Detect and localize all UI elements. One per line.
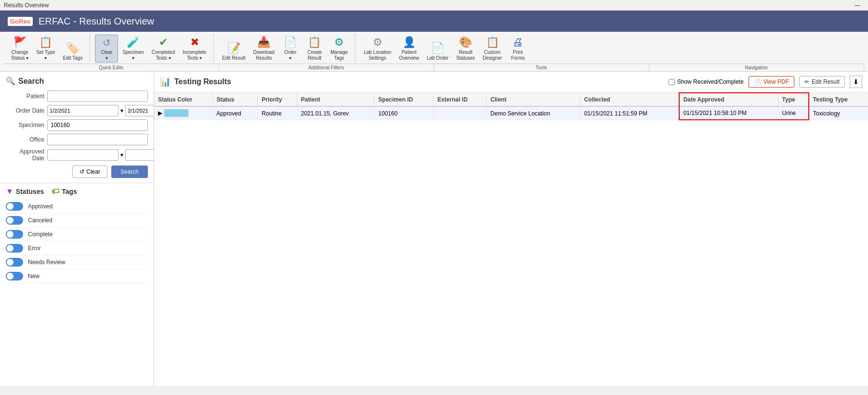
edit-result-ribbon-button[interactable]: 📝 Edit Result — [219, 39, 249, 63]
result-statuses-button[interactable]: 🎨 ResultStatuses — [453, 34, 478, 63]
error-toggle[interactable] — [6, 244, 23, 253]
app-title: ERFAC - Results Overview — [39, 16, 154, 27]
approved-toggle[interactable] — [6, 202, 23, 211]
order-date-to-input[interactable] — [125, 105, 154, 116]
col-client[interactable]: Client — [487, 93, 580, 106]
print-icon: 🖨 — [513, 36, 523, 49]
title-bar-minimize[interactable]: — — [851, 2, 864, 9]
status-error: Error — [6, 242, 148, 255]
x-icon: ✖ — [190, 36, 199, 49]
incomplete-tests-button[interactable]: ✖ IncompleteTests ▾ — [179, 34, 210, 63]
create-result-button[interactable]: 📋 CreateResult — [303, 34, 326, 63]
cell-type: Urine — [778, 106, 809, 120]
canceled-toggle[interactable] — [6, 216, 23, 225]
order-date-range: ▾ ▾ — [47, 105, 154, 116]
pdf-icon: 📄 — [754, 78, 761, 85]
status-approved: Approved — [6, 200, 148, 214]
edit-tags-button[interactable]: 🏷️ Edit Tags — [59, 39, 86, 63]
search-section: 🔍 Search Patient Order Date ▾ ▾ Specimen — [0, 72, 154, 183]
tag-icon: 🏷️ — [66, 42, 79, 54]
results-controls: Show Received/Complete 📄 View PDF ✏ Edit… — [669, 76, 862, 88]
col-date-approved[interactable]: Date Approved — [679, 93, 778, 106]
ribbon-group-navigation: ⚙ Lab LocationSettings 👤 PatientOverview… — [356, 34, 533, 63]
create-icon: 📋 — [308, 36, 321, 49]
lab-order-icon: 📄 — [431, 42, 444, 54]
status-needs-review: Needs Review — [6, 255, 148, 269]
date-sep-3: ▾ — [120, 152, 123, 158]
search-clear-button[interactable]: ↺ Clear — [72, 166, 107, 178]
title-bar: Results Overview — — [0, 0, 868, 11]
download-results-button[interactable]: 📥 DownloadResults — [250, 34, 278, 63]
flag-icon: 🚩 — [13, 36, 26, 49]
tags-tab[interactable]: 🏷 Tags — [52, 187, 77, 196]
approved-date-from-input[interactable] — [47, 149, 118, 161]
status-tags-section: ▼ Statuses 🏷 Tags Approved Canceled Comp… — [0, 183, 154, 287]
col-priority[interactable]: Priority — [258, 93, 297, 106]
completed-tests-button[interactable]: ✔ CompletedTests ▾ — [148, 34, 178, 63]
quick-edits-label: Quick Edits — [4, 64, 219, 71]
results-table-container[interactable]: Status Color Status Priority Patient Spe… — [154, 92, 868, 386]
title-bar-text: Results Overview — [4, 2, 49, 9]
ribbon: 🚩 ChangeStatus ▾ 📋 Set Type▾ 🏷️ Edit Tag… — [0, 32, 868, 72]
left-panel: 🔍 Search Patient Order Date ▾ ▾ Specimen — [0, 72, 154, 386]
office-input[interactable] — [47, 134, 148, 145]
statuses-tab[interactable]: ▼ Statuses — [6, 187, 44, 196]
specimen-input[interactable] — [47, 119, 148, 131]
col-status[interactable]: Status — [212, 93, 258, 106]
cell-testing-type: Toxicology — [809, 106, 868, 120]
needs-review-toggle[interactable] — [6, 258, 23, 267]
approved-date-to-input[interactable] — [125, 149, 154, 161]
specimen-label: Specimen — [6, 122, 44, 128]
show-received-control: Show Received/Complete — [669, 78, 744, 85]
col-collected[interactable]: Collected — [580, 93, 679, 106]
col-external-id[interactable]: External ID — [434, 93, 487, 106]
patient-row: Patient — [6, 90, 148, 102]
show-received-checkbox[interactable] — [669, 79, 675, 85]
results-title: 📊 Testing Results — [160, 76, 231, 87]
checkmark-icon: ✔ — [159, 36, 168, 49]
new-toggle[interactable] — [6, 272, 23, 280]
right-panel: 📊 Testing Results Show Received/Complete… — [154, 72, 868, 386]
cell-patient: 2021.01.15, Gorev — [297, 106, 374, 120]
ribbon-labels: Quick Edits Additional Filters Tools Nav… — [4, 64, 864, 71]
edit-result-top-button[interactable]: ✏ Edit Result — [799, 76, 845, 88]
view-pdf-button[interactable]: 📄 View PDF — [749, 76, 794, 88]
patient-overview-button[interactable]: 👤 PatientOverview — [395, 34, 422, 63]
order-date-label: Order Date — [6, 107, 44, 114]
col-type[interactable]: Type — [778, 93, 809, 106]
print-forms-button[interactable]: 🖨 PrintForms — [506, 34, 529, 63]
lab-location-button[interactable]: ⚙ Lab LocationSettings — [360, 34, 395, 63]
patient-icon: 👤 — [403, 36, 416, 49]
results-icon: 📊 — [160, 76, 171, 87]
set-type-button[interactable]: 📋 Set Type▾ — [33, 34, 58, 63]
tools-label: Tools — [434, 64, 649, 71]
col-specimen-id[interactable]: Specimen ID — [374, 93, 434, 106]
approved-date-row: Approved Date ▾ ▾ — [6, 148, 148, 162]
lab-order-button[interactable]: 📄 Lab Order — [423, 39, 452, 63]
change-status-button[interactable]: 🚩 ChangeStatus ▾ — [8, 34, 32, 63]
table-row[interactable]: ▶ Approved Routine 2021.01.15, Gorev 100… — [154, 106, 868, 120]
order-date-from-input[interactable] — [47, 105, 118, 116]
clear-button[interactable]: ↺ Clear▾ — [95, 35, 118, 63]
patient-input[interactable] — [47, 90, 148, 102]
col-status-color[interactable]: Status Color — [154, 93, 212, 106]
search-icon: 🔍 — [6, 76, 15, 86]
col-testing-type[interactable]: Testing Type — [809, 93, 868, 106]
results-table: Status Color Status Priority Patient Spe… — [154, 92, 868, 120]
status-complete: Complete — [6, 228, 148, 242]
ribbon-group-filters: ↺ Clear▾ 🧪 Specimen▾ ✔ CompletedTests ▾ … — [91, 34, 214, 63]
app-header: GoRev ERFAC - Results Overview — [0, 11, 868, 32]
col-patient[interactable]: Patient — [297, 93, 374, 106]
order-button[interactable]: 📄 Order▾ — [279, 34, 302, 63]
download-button[interactable]: ⬇ — [850, 76, 862, 88]
gear-icon: ⚙ — [334, 36, 344, 49]
row-arrow-cell: ▶ — [154, 107, 212, 120]
complete-toggle[interactable] — [6, 230, 23, 239]
cell-status: Approved — [212, 106, 258, 120]
cell-date-approved: 01/15/2021 10:58:10 PM — [679, 106, 778, 120]
specimen-button[interactable]: 🧪 Specimen▾ — [119, 34, 147, 63]
manage-tags-button[interactable]: ⚙ ManageTags — [327, 34, 351, 63]
custom-designer-button[interactable]: 📋 CustomDesigner — [479, 34, 505, 63]
cell-priority: Routine — [258, 106, 297, 120]
search-button[interactable]: Search — [111, 166, 148, 178]
